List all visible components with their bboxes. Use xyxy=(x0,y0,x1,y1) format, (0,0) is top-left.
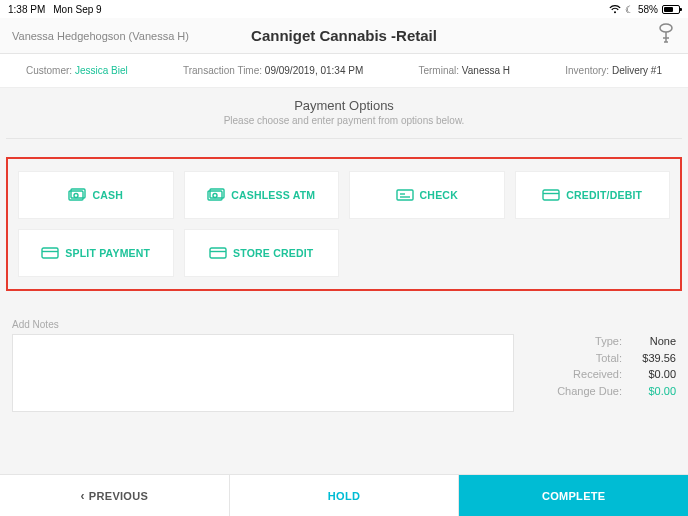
previous-button[interactable]: ‹ PREVIOUS xyxy=(0,475,230,516)
moon-icon: ☾ xyxy=(625,4,634,15)
split-payment-label: SPLIT PAYMENT xyxy=(65,247,150,259)
store-credit-button[interactable]: STORE CREDIT xyxy=(184,229,340,277)
hold-button[interactable]: HOLD xyxy=(230,475,460,516)
transaction-info: Transaction Time: 09/09/2019, 01:34 PM xyxy=(183,65,363,76)
complete-button[interactable]: COMPLETE xyxy=(459,475,688,516)
cash-icon xyxy=(207,188,225,202)
cashless-atm-button[interactable]: CASHLESS ATM xyxy=(184,171,340,219)
split-payment-button[interactable]: SPLIT PAYMENT xyxy=(18,229,174,277)
inventory-label: Inventory: xyxy=(565,65,609,76)
store-credit-label: STORE CREDIT xyxy=(233,247,313,259)
svg-point-0 xyxy=(660,24,672,32)
cash-icon xyxy=(68,188,86,202)
change-label: Change Due: xyxy=(526,383,622,400)
terminal-info: Terminal: Vanessa H xyxy=(418,65,510,76)
section-subtitle: Please choose and enter payment from opt… xyxy=(0,115,688,126)
section-header: Payment Options Please choose and enter … xyxy=(0,88,688,130)
credit-debit-button[interactable]: CREDIT/DEBIT xyxy=(515,171,671,219)
totals-panel: Type: None Total: $39.56 Received: $0.00… xyxy=(526,319,676,416)
key-icon[interactable] xyxy=(656,22,676,50)
transaction-label: Transaction Time: xyxy=(183,65,262,76)
customer-value[interactable]: Jessica Biel xyxy=(75,65,128,76)
payment-options-highlight: CASH CASHLESS ATM CHECK CREDIT/DEBIT SPL… xyxy=(6,157,682,291)
check-button[interactable]: CHECK xyxy=(349,171,505,219)
app-header: Vanessa Hedgehogson (Vanessa H) Canniget… xyxy=(0,18,688,54)
svg-rect-14 xyxy=(210,248,226,258)
credit-debit-label: CREDIT/DEBIT xyxy=(566,189,642,201)
total-label: Total: xyxy=(526,350,622,367)
previous-label: PREVIOUS xyxy=(89,490,148,502)
chevron-left-icon: ‹ xyxy=(81,489,85,503)
type-value: None xyxy=(632,333,676,350)
battery-icon xyxy=(662,5,680,14)
card-icon xyxy=(209,247,227,259)
check-icon xyxy=(396,189,414,201)
notes-label: Add Notes xyxy=(12,319,514,330)
type-label: Type: xyxy=(526,333,622,350)
cash-button[interactable]: CASH xyxy=(18,171,174,219)
svg-rect-12 xyxy=(42,248,58,258)
status-bar: 1:38 PM Mon Sep 9 ☾ 58% xyxy=(0,0,688,18)
svg-rect-7 xyxy=(397,190,413,200)
check-label: CHECK xyxy=(420,189,458,201)
status-date: Mon Sep 9 xyxy=(53,4,101,15)
card-icon xyxy=(542,189,560,201)
terminal-value: Vanessa H xyxy=(462,65,510,76)
complete-label: COMPLETE xyxy=(542,490,606,502)
bottom-bar: ‹ PREVIOUS HOLD COMPLETE xyxy=(0,474,688,516)
customer-label: Customer: xyxy=(26,65,72,76)
inventory-info: Inventory: Delivery #1 xyxy=(565,65,662,76)
info-bar: Customer: Jessica Biel Transaction Time:… xyxy=(0,54,688,88)
cash-label: CASH xyxy=(92,189,123,201)
header-user: Vanessa Hedgehogson (Vanessa H) xyxy=(12,30,189,42)
app-title: Canniget Cannabis -Retail xyxy=(251,27,437,44)
hold-label: HOLD xyxy=(328,490,360,502)
cashless-atm-label: CASHLESS ATM xyxy=(231,189,315,201)
card-icon xyxy=(41,247,59,259)
divider xyxy=(6,138,682,139)
customer-info: Customer: Jessica Biel xyxy=(26,65,128,76)
transaction-value: 09/09/2019, 01:34 PM xyxy=(265,65,363,76)
battery-percent: 58% xyxy=(638,4,658,15)
svg-point-2 xyxy=(74,194,78,198)
terminal-label: Terminal: xyxy=(418,65,459,76)
total-value: $39.56 xyxy=(632,350,676,367)
wifi-icon xyxy=(609,5,621,14)
svg-rect-10 xyxy=(543,190,559,200)
received-value: $0.00 xyxy=(632,366,676,383)
svg-point-5 xyxy=(213,194,217,198)
notes-input[interactable] xyxy=(12,334,514,412)
status-time: 1:38 PM xyxy=(8,4,45,15)
received-label: Received: xyxy=(526,366,622,383)
section-title: Payment Options xyxy=(0,98,688,113)
inventory-value: Delivery #1 xyxy=(612,65,662,76)
change-value: $0.00 xyxy=(632,383,676,400)
